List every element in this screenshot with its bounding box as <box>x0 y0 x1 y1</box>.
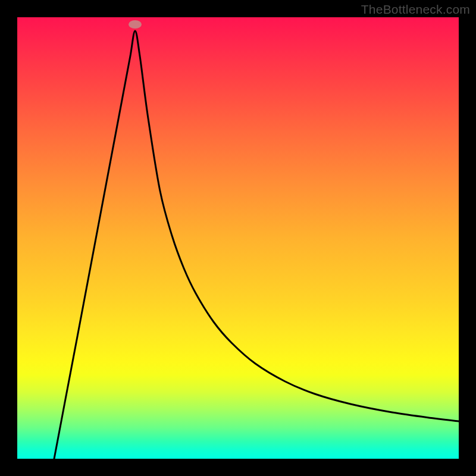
bottleneck-curve <box>17 17 459 459</box>
chart-plot-area <box>17 17 459 459</box>
watermark-text: TheBottleneck.com <box>361 2 470 17</box>
minimum-point-marker <box>129 20 142 29</box>
